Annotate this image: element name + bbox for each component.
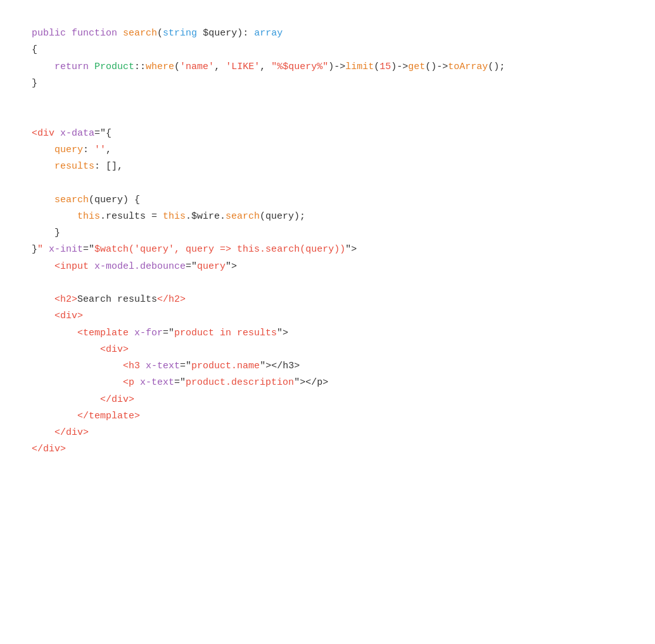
php-line-2: { xyxy=(32,42,623,58)
html-line-template-close: </template> xyxy=(32,408,623,425)
html-line-div: <div> xyxy=(32,308,623,325)
html-line-input: <input x-model.debounce="query"> xyxy=(32,259,623,275)
php-line-1: public function search(string $query): a… xyxy=(32,25,623,42)
html-line-inner-div: <div> xyxy=(32,342,623,358)
blank-4 xyxy=(32,275,623,292)
html-line-p: <p x-text="product.description"></p> xyxy=(32,375,623,391)
php-line-4: } xyxy=(32,75,623,92)
html-line-search-fn: search(query) { xyxy=(32,192,623,209)
html-line-div-close: </div> xyxy=(32,425,623,441)
html-line-div-close-inner: </div> xyxy=(32,392,623,408)
html-line-xinit: }" x-init="$watch('query', query => this… xyxy=(32,242,623,258)
html-line-this-results: this.results = this.$wire.search(query); xyxy=(32,209,623,225)
html-line-h2: <h2>Search results</h2> xyxy=(32,292,623,308)
blank-2 xyxy=(32,108,623,125)
code-editor: public function search(string $query): a… xyxy=(32,19,623,465)
php-line-3: return Product::where('name', 'LIKE', "%… xyxy=(32,59,623,75)
html-line-h3: <h3 x-text="product.name"></h3> xyxy=(32,358,623,375)
html-line-query: query: '', xyxy=(32,142,623,158)
html-line-div-open: <div x-data="{ xyxy=(32,126,623,142)
html-line-template: <template x-for="product in results"> xyxy=(32,325,623,342)
blank-1 xyxy=(32,92,623,108)
blank-3 xyxy=(32,175,623,191)
html-line-results: results: [], xyxy=(32,158,623,175)
html-line-fn-close: } xyxy=(32,225,623,242)
html-line-div-close-outer: </div> xyxy=(32,441,623,458)
